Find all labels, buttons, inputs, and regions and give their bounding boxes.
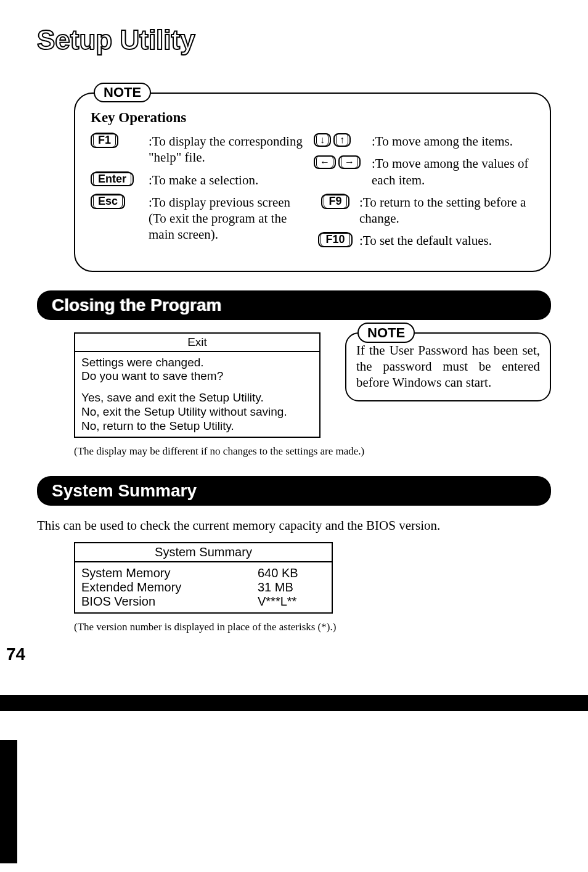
keycap-f1-icon: F1 bbox=[91, 133, 118, 148]
exit-dialog: Exit Settings were changed. Do you want … bbox=[74, 332, 321, 438]
key-row-leftright: ← → :To move among the values of each it… bbox=[314, 155, 534, 188]
key-row-esc: Esc :To display previous screen (To exit… bbox=[91, 194, 311, 243]
note-text: If the User Password has been set, the p… bbox=[356, 342, 540, 391]
exit-dialog-options: Yes, save and exit the Setup Utility. No… bbox=[81, 391, 313, 433]
section-bar-closing: Closing the Program bbox=[37, 290, 551, 320]
key-row-enter: Enter :To make a selection. bbox=[91, 172, 311, 188]
key-desc: :To display previous screen (To exit the… bbox=[146, 194, 311, 243]
summary-row: Extended Memory 31 MB bbox=[81, 580, 325, 594]
note-box-password: NOTE If the User Password has been set, … bbox=[345, 332, 551, 402]
exit-dialog-title: Exit bbox=[75, 334, 319, 352]
note-pill: NOTE bbox=[357, 323, 415, 343]
key-desc: :To make a selection. bbox=[146, 172, 311, 188]
summary-row: System Memory 640 KB bbox=[81, 566, 325, 580]
key-row-updown: ↓ ↑ :To move among the items. bbox=[314, 133, 534, 149]
summary-label: System Memory bbox=[81, 566, 258, 580]
key-row-f9: F9 :To return to the setting before a ch… bbox=[314, 194, 534, 227]
summary-label: Extended Memory bbox=[81, 580, 258, 594]
keycap-f10-icon: F10 bbox=[318, 232, 352, 247]
keycap-left-icon: ← bbox=[314, 155, 336, 169]
footnote-closing: (The display may be different if no chan… bbox=[74, 445, 551, 458]
summary-row: BIOS Version V***L** bbox=[81, 594, 325, 609]
footnote-summary: (The version number is displayed in plac… bbox=[74, 621, 551, 633]
key-desc: :To move among the items. bbox=[369, 133, 534, 149]
key-row-f10: F10 :To set the default values. bbox=[314, 232, 534, 249]
note-heading: Key Operations bbox=[91, 110, 534, 126]
summary-intro: This can be used to check the current me… bbox=[37, 518, 551, 533]
key-desc: :To return to the setting before a chang… bbox=[357, 194, 534, 227]
keycap-up-icon: ↑ bbox=[333, 133, 351, 147]
summary-value: V***L** bbox=[258, 594, 325, 609]
note-pill: NOTE bbox=[94, 83, 151, 102]
key-row-f1: F1 :To display the corresponding "help" … bbox=[91, 133, 311, 166]
page-number: 74 bbox=[6, 644, 25, 664]
page-title: Setup Utility bbox=[37, 25, 551, 56]
summary-value: 640 KB bbox=[258, 566, 325, 580]
keycap-enter-icon: Enter bbox=[91, 172, 134, 187]
summary-label: BIOS Version bbox=[81, 594, 258, 609]
keycap-esc-icon: Esc bbox=[91, 194, 125, 209]
page-content: Setup Utility NOTE Key Operations F1 :To… bbox=[0, 0, 588, 646]
keycap-f9-icon: F9 bbox=[321, 194, 349, 209]
note-box-key-operations: NOTE Key Operations F1 :To display the c… bbox=[74, 93, 551, 272]
keycap-right-icon: → bbox=[338, 155, 361, 169]
key-desc: :To display the corresponding "help" fil… bbox=[146, 133, 311, 166]
summary-box-title: System Summary bbox=[75, 543, 332, 562]
summary-value: 31 MB bbox=[258, 580, 325, 594]
summary-box: System Summary System Memory 640 KB Exte… bbox=[74, 542, 333, 614]
page-bottom-bar bbox=[0, 695, 588, 711]
section-bar-summary: System Summary bbox=[37, 476, 551, 506]
exit-dialog-text: Settings were changed. Do you want to sa… bbox=[81, 356, 313, 384]
key-desc: :To set the default values. bbox=[357, 232, 534, 249]
key-desc: :To move among the values of each item. bbox=[369, 155, 534, 188]
keycap-down-icon: ↓ bbox=[314, 133, 331, 147]
